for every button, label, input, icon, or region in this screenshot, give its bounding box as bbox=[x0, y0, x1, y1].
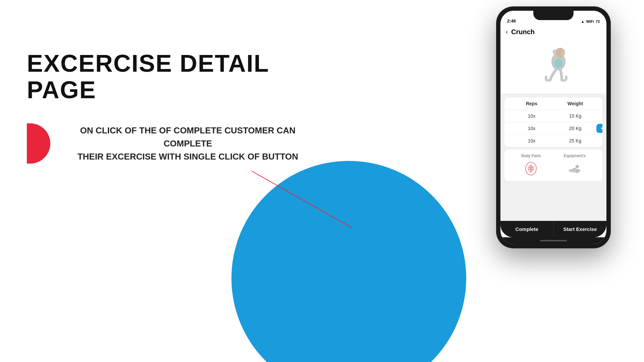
equipment-column: Equipment's bbox=[564, 154, 586, 177]
weight-cell-3: 25 Kg bbox=[553, 138, 597, 143]
info-section: Body Parts bbox=[504, 149, 602, 181]
status-icons: ▲ WiFi 73 bbox=[581, 19, 600, 23]
table-row: 10x 25 Kg bbox=[504, 135, 602, 147]
crunch-exercise-image bbox=[530, 43, 577, 90]
phone-notch bbox=[533, 11, 574, 20]
table-header: Reps Weight bbox=[504, 98, 602, 110]
equipment-icon bbox=[566, 160, 583, 177]
status-time: 2:46 bbox=[507, 18, 516, 23]
home-indicator bbox=[500, 237, 606, 244]
exercise-image-area bbox=[500, 40, 606, 94]
reps-header: Reps bbox=[510, 101, 553, 106]
equipment-label: Equipment's bbox=[564, 154, 586, 158]
table-row: 10x 15 Kg bbox=[504, 110, 602, 122]
svg-point-2 bbox=[554, 59, 562, 68]
page-title: EXCERCISE DETAIL PAGE bbox=[27, 50, 315, 103]
table-row: 10x 20 Kg ✏ Edit bbox=[504, 122, 602, 135]
exercise-title: Crunch bbox=[511, 28, 535, 36]
body-parts-icon bbox=[523, 160, 539, 177]
nav-header: ‹ Crunch bbox=[500, 25, 606, 40]
body-parts-label: Body Parts bbox=[521, 154, 541, 158]
phone-body: 2:46 ▲ WiFi 73 ‹ Crunch bbox=[496, 7, 610, 248]
scroll-content: Reps Weight 10x 15 Kg 10x 20 Kg ✏ Edit 1… bbox=[500, 94, 606, 221]
bottom-bar: Complete Start Exercise bbox=[500, 221, 606, 237]
description-text: ON CLICK OF THE OF COMPLETE CUSTOMER CAN… bbox=[60, 124, 315, 163]
description-block: ON CLICK OF THE OF COMPLETE CUSTOMER CAN… bbox=[27, 123, 315, 164]
reps-weight-table: Reps Weight 10x 15 Kg 10x 20 Kg ✏ Edit 1… bbox=[504, 98, 602, 147]
phone-mockup: 2:46 ▲ WiFi 73 ‹ Crunch bbox=[496, 7, 610, 248]
weight-cell-1: 15 Kg bbox=[553, 113, 597, 119]
phone-screen: 2:46 ▲ WiFi 73 ‹ Crunch bbox=[500, 11, 606, 244]
back-button[interactable]: ‹ bbox=[506, 28, 508, 36]
reps-cell-3: 10x bbox=[510, 138, 553, 143]
red-semicircle-decoration bbox=[27, 123, 50, 164]
edit-button[interactable]: ✏ Edit bbox=[596, 124, 602, 133]
start-exercise-button[interactable]: Start Exercise bbox=[554, 221, 607, 237]
complete-button[interactable]: Complete bbox=[500, 221, 554, 237]
weight-header: Weight bbox=[553, 101, 597, 106]
body-parts-column: Body Parts bbox=[521, 154, 541, 177]
decorative-blue-circle bbox=[231, 161, 466, 362]
weight-cell-2: 20 Kg bbox=[553, 126, 597, 131]
left-section: EXCERCISE DETAIL PAGE ON CLICK OF THE OF… bbox=[27, 50, 315, 164]
reps-cell-2: 10x bbox=[510, 126, 553, 131]
svg-point-10 bbox=[576, 165, 579, 168]
home-bar bbox=[540, 240, 567, 241]
reps-cell-1: 10x bbox=[510, 113, 553, 119]
